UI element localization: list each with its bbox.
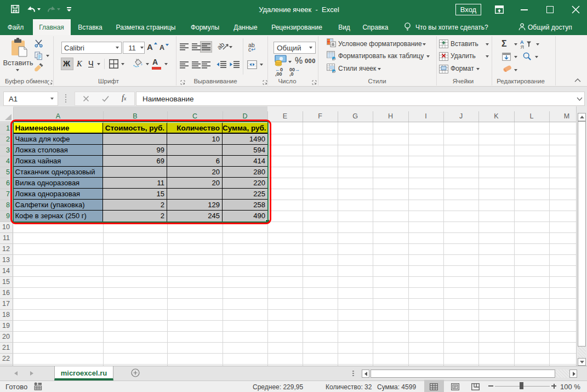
svg-text:Я: Я <box>521 44 525 49</box>
